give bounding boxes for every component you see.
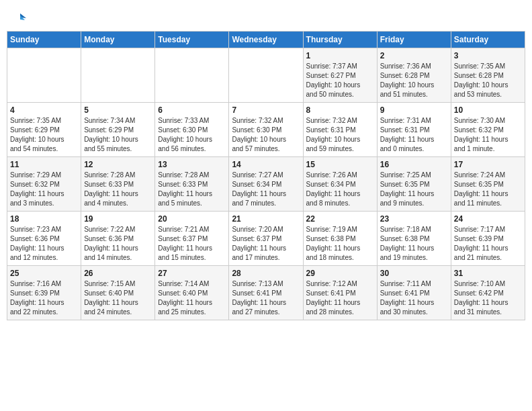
day-number: 3 bbox=[454, 51, 522, 60]
calendar-cell: 18Sunrise: 7:23 AMSunset: 6:36 PMDayligh… bbox=[7, 212, 81, 266]
day-info: Sunrise: 7:11 AMSunset: 6:41 PMDaylight:… bbox=[380, 279, 448, 317]
day-number: 7 bbox=[232, 105, 300, 115]
calendar-cell: 9Sunrise: 7:31 AMSunset: 6:31 PMDaylight… bbox=[377, 103, 451, 157]
weekday-header-sunday: Sunday bbox=[7, 32, 81, 48]
weekday-header-friday: Friday bbox=[377, 32, 451, 48]
day-info: Sunrise: 7:15 AMSunset: 6:40 PMDaylight:… bbox=[84, 279, 152, 317]
day-number: 20 bbox=[158, 214, 226, 224]
day-number: 26 bbox=[84, 269, 152, 278]
calendar-cell: 15Sunrise: 7:26 AMSunset: 6:34 PMDayligh… bbox=[303, 157, 377, 212]
calendar-cell: 12Sunrise: 7:28 AMSunset: 6:33 PMDayligh… bbox=[81, 157, 155, 212]
day-number: 4 bbox=[10, 105, 78, 115]
weekday-header-saturday: Saturday bbox=[451, 32, 525, 48]
day-info: Sunrise: 7:35 AMSunset: 6:29 PMDaylight:… bbox=[10, 116, 78, 154]
weekday-header-monday: Monday bbox=[81, 32, 155, 48]
day-info: Sunrise: 7:16 AMSunset: 6:39 PMDaylight:… bbox=[10, 279, 78, 317]
calendar-cell: 29Sunrise: 7:12 AMSunset: 6:41 PMDayligh… bbox=[303, 266, 377, 320]
day-number: 28 bbox=[232, 269, 300, 278]
calendar-cell: 17Sunrise: 7:24 AMSunset: 6:35 PMDayligh… bbox=[451, 157, 525, 212]
day-info: Sunrise: 7:22 AMSunset: 6:36 PMDaylight:… bbox=[84, 225, 152, 263]
calendar-cell: 13Sunrise: 7:28 AMSunset: 6:33 PMDayligh… bbox=[155, 157, 229, 212]
day-info: Sunrise: 7:26 AMSunset: 6:34 PMDaylight:… bbox=[306, 171, 374, 208]
calendar-week-row: 1Sunrise: 7:37 AMSunset: 6:27 PMDaylight… bbox=[7, 48, 525, 103]
day-info: Sunrise: 7:23 AMSunset: 6:36 PMDaylight:… bbox=[10, 225, 78, 263]
calendar-cell bbox=[155, 48, 229, 103]
day-number: 1 bbox=[306, 51, 374, 60]
calendar-cell: 11Sunrise: 7:29 AMSunset: 6:32 PMDayligh… bbox=[7, 157, 81, 212]
calendar-week-row: 25Sunrise: 7:16 AMSunset: 6:39 PMDayligh… bbox=[7, 266, 525, 320]
calendar-table: SundayMondayTuesdayWednesdayThursdayFrid… bbox=[7, 31, 525, 320]
day-number: 19 bbox=[84, 214, 152, 224]
calendar-cell: 10Sunrise: 7:30 AMSunset: 6:32 PMDayligh… bbox=[451, 103, 525, 157]
day-number: 18 bbox=[10, 214, 78, 224]
day-info: Sunrise: 7:28 AMSunset: 6:33 PMDaylight:… bbox=[158, 171, 226, 208]
calendar-cell: 24Sunrise: 7:17 AMSunset: 6:39 PMDayligh… bbox=[451, 212, 525, 266]
day-info: Sunrise: 7:31 AMSunset: 6:31 PMDaylight:… bbox=[380, 116, 448, 154]
day-number: 14 bbox=[232, 160, 300, 169]
day-number: 24 bbox=[454, 214, 522, 224]
calendar-cell: 6Sunrise: 7:33 AMSunset: 6:30 PMDaylight… bbox=[155, 103, 229, 157]
day-number: 17 bbox=[454, 160, 522, 169]
day-info: Sunrise: 7:17 AMSunset: 6:39 PMDaylight:… bbox=[454, 225, 522, 263]
calendar-cell: 7Sunrise: 7:32 AMSunset: 6:30 PMDaylight… bbox=[229, 103, 303, 157]
day-number: 6 bbox=[158, 105, 226, 115]
day-number: 12 bbox=[84, 160, 152, 169]
day-info: Sunrise: 7:33 AMSunset: 6:30 PMDaylight:… bbox=[158, 116, 226, 154]
day-number: 8 bbox=[306, 105, 374, 115]
calendar-cell: 14Sunrise: 7:27 AMSunset: 6:34 PMDayligh… bbox=[229, 157, 303, 212]
day-info: Sunrise: 7:25 AMSunset: 6:35 PMDaylight:… bbox=[380, 171, 448, 208]
calendar-cell: 28Sunrise: 7:13 AMSunset: 6:41 PMDayligh… bbox=[229, 266, 303, 320]
day-info: Sunrise: 7:35 AMSunset: 6:28 PMDaylight:… bbox=[454, 62, 522, 99]
calendar-cell: 21Sunrise: 7:20 AMSunset: 6:37 PMDayligh… bbox=[229, 212, 303, 266]
calendar-cell: 20Sunrise: 7:21 AMSunset: 6:37 PMDayligh… bbox=[155, 212, 229, 266]
calendar-cell: 26Sunrise: 7:15 AMSunset: 6:40 PMDayligh… bbox=[81, 266, 155, 320]
calendar-cell: 25Sunrise: 7:16 AMSunset: 6:39 PMDayligh… bbox=[7, 266, 81, 320]
day-info: Sunrise: 7:34 AMSunset: 6:29 PMDaylight:… bbox=[84, 116, 152, 154]
day-info: Sunrise: 7:18 AMSunset: 6:38 PMDaylight:… bbox=[380, 225, 448, 263]
day-info: Sunrise: 7:20 AMSunset: 6:37 PMDaylight:… bbox=[232, 225, 300, 263]
day-info: Sunrise: 7:19 AMSunset: 6:38 PMDaylight:… bbox=[306, 225, 374, 263]
calendar-cell: 5Sunrise: 7:34 AMSunset: 6:29 PMDaylight… bbox=[81, 103, 155, 157]
logo-bird-icon bbox=[14, 12, 26, 24]
day-number: 23 bbox=[380, 214, 448, 224]
logo bbox=[13, 12, 26, 24]
day-number: 27 bbox=[158, 269, 226, 278]
day-number: 25 bbox=[10, 269, 78, 278]
day-info: Sunrise: 7:14 AMSunset: 6:40 PMDaylight:… bbox=[158, 279, 226, 317]
calendar-cell bbox=[81, 48, 155, 103]
calendar-body: 1Sunrise: 7:37 AMSunset: 6:27 PMDaylight… bbox=[7, 48, 525, 320]
weekday-header-wednesday: Wednesday bbox=[229, 32, 303, 48]
day-number: 30 bbox=[380, 269, 448, 278]
weekday-header-tuesday: Tuesday bbox=[155, 32, 229, 48]
calendar-week-row: 18Sunrise: 7:23 AMSunset: 6:36 PMDayligh… bbox=[7, 212, 525, 266]
day-info: Sunrise: 7:32 AMSunset: 6:31 PMDaylight:… bbox=[306, 116, 374, 154]
calendar-cell bbox=[229, 48, 303, 103]
day-number: 11 bbox=[10, 160, 78, 169]
calendar-cell: 1Sunrise: 7:37 AMSunset: 6:27 PMDaylight… bbox=[303, 48, 377, 103]
calendar-cell: 4Sunrise: 7:35 AMSunset: 6:29 PMDaylight… bbox=[7, 103, 81, 157]
calendar-week-row: 4Sunrise: 7:35 AMSunset: 6:29 PMDaylight… bbox=[7, 103, 525, 157]
calendar-cell: 23Sunrise: 7:18 AMSunset: 6:38 PMDayligh… bbox=[377, 212, 451, 266]
calendar-cell: 19Sunrise: 7:22 AMSunset: 6:36 PMDayligh… bbox=[81, 212, 155, 266]
day-number: 10 bbox=[454, 105, 522, 115]
day-info: Sunrise: 7:28 AMSunset: 6:33 PMDaylight:… bbox=[84, 171, 152, 208]
day-number: 22 bbox=[306, 214, 374, 224]
calendar-cell: 27Sunrise: 7:14 AMSunset: 6:40 PMDayligh… bbox=[155, 266, 229, 320]
day-info: Sunrise: 7:10 AMSunset: 6:42 PMDaylight:… bbox=[454, 279, 522, 317]
calendar-cell: 16Sunrise: 7:25 AMSunset: 6:35 PMDayligh… bbox=[377, 157, 451, 212]
calendar-cell: 31Sunrise: 7:10 AMSunset: 6:42 PMDayligh… bbox=[451, 266, 525, 320]
weekday-header-row: SundayMondayTuesdayWednesdayThursdayFrid… bbox=[7, 32, 525, 48]
calendar-cell: 22Sunrise: 7:19 AMSunset: 6:38 PMDayligh… bbox=[303, 212, 377, 266]
calendar-cell: 30Sunrise: 7:11 AMSunset: 6:41 PMDayligh… bbox=[377, 266, 451, 320]
day-info: Sunrise: 7:37 AMSunset: 6:27 PMDaylight:… bbox=[306, 62, 374, 99]
page-header bbox=[7, 7, 525, 27]
calendar-cell: 3Sunrise: 7:35 AMSunset: 6:28 PMDaylight… bbox=[451, 48, 525, 103]
day-info: Sunrise: 7:21 AMSunset: 6:37 PMDaylight:… bbox=[158, 225, 226, 263]
day-number: 21 bbox=[232, 214, 300, 224]
day-info: Sunrise: 7:27 AMSunset: 6:34 PMDaylight:… bbox=[232, 171, 300, 208]
day-info: Sunrise: 7:30 AMSunset: 6:32 PMDaylight:… bbox=[454, 116, 522, 154]
day-number: 2 bbox=[380, 51, 448, 60]
day-info: Sunrise: 7:12 AMSunset: 6:41 PMDaylight:… bbox=[306, 279, 374, 317]
day-info: Sunrise: 7:24 AMSunset: 6:35 PMDaylight:… bbox=[454, 171, 522, 208]
day-info: Sunrise: 7:32 AMSunset: 6:30 PMDaylight:… bbox=[232, 116, 300, 154]
